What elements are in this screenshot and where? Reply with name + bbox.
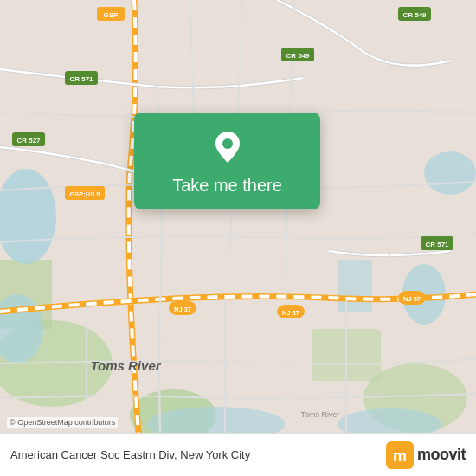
place-name: American Cancer Soc Eastrn Div, New York… (10, 448, 386, 461)
svg-text:NJ 37: NJ 37 (403, 295, 421, 303)
svg-point-9 (424, 151, 476, 195)
svg-text:m: m (393, 447, 407, 465)
bottom-bar: American Cancer Soc Eastrn Div, New York… (0, 433, 476, 476)
osm-attribution: © OpenStreetMap contributors (7, 417, 118, 428)
svg-text:CR 549: CR 549 (286, 52, 310, 60)
svg-rect-12 (338, 260, 372, 312)
svg-text:GSP;US 9: GSP;US 9 (69, 190, 100, 198)
svg-text:GSP: GSP (104, 11, 119, 19)
map-container: CR 571 CR 549 CR 549 CR 527 GSP GSP;US 9… (0, 0, 476, 433)
svg-text:CR 571: CR 571 (69, 75, 93, 83)
location-pin-icon (209, 128, 247, 166)
svg-text:Toms River: Toms River (300, 410, 339, 419)
svg-text:Toms River: Toms River (90, 358, 161, 373)
take-me-there-card[interactable]: Take me there (134, 113, 320, 209)
svg-text:CR 571: CR 571 (425, 241, 449, 248)
take-me-there-label: Take me there (172, 175, 282, 196)
svg-text:NJ 37: NJ 37 (174, 306, 191, 313)
svg-text:NJ 37: NJ 37 (282, 309, 299, 317)
moovit-text: moovit (417, 446, 466, 464)
moovit-m-icon: m (386, 441, 414, 469)
svg-text:CR 527: CR 527 (16, 137, 41, 145)
svg-text:CR 549: CR 549 (402, 11, 427, 19)
moovit-logo: m moovit (386, 441, 466, 469)
svg-point-36 (222, 138, 233, 149)
map-background: CR 571 CR 549 CR 549 CR 527 GSP GSP;US 9… (0, 0, 476, 433)
